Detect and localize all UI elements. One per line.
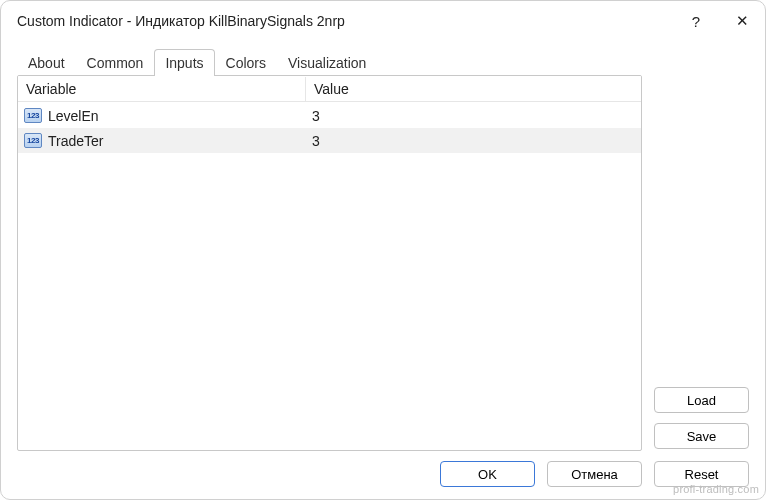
save-button[interactable]: Save [654,423,749,449]
header-value[interactable]: Value [306,77,641,102]
help-button[interactable]: ? [673,1,719,41]
table-header: Variable Value [18,76,641,103]
help-icon: ? [692,13,700,30]
int-type-icon: 123 [24,133,42,148]
tab-about[interactable]: About [17,49,76,76]
inputs-table: Variable Value 123 LevelEn 3 [17,75,642,451]
variable-name: LevelEn [48,108,99,124]
close-icon: ✕ [736,12,749,30]
close-button[interactable]: ✕ [719,1,765,41]
titlebar: Custom Indicator - Индикатор KillBinaryS… [1,1,765,41]
int-type-icon: 123 [24,108,42,123]
reset-button[interactable]: Reset [654,461,749,487]
tab-colors[interactable]: Colors [215,49,277,76]
variable-value[interactable]: 3 [312,108,320,124]
header-variable[interactable]: Variable [18,77,306,102]
tab-visualization[interactable]: Visualization [277,49,377,76]
side-buttons: Load Save [654,75,749,451]
footer-buttons: OK Отмена Reset [17,451,749,487]
window-title: Custom Indicator - Индикатор KillBinaryS… [17,13,345,29]
tab-common[interactable]: Common [76,49,155,76]
cancel-button[interactable]: Отмена [547,461,642,487]
variable-value[interactable]: 3 [312,133,320,149]
variable-name: TradeTer [48,133,104,149]
main-row: Variable Value 123 LevelEn 3 [17,75,749,451]
table-row[interactable]: 123 LevelEn 3 [18,103,641,128]
dialog-body: About Common Inputs Colors Visualization… [1,41,765,499]
tabs: About Common Inputs Colors Visualization [17,47,749,75]
table-body: 123 LevelEn 3 123 TradeTer 3 [18,103,641,450]
table-row[interactable]: 123 TradeTer 3 [18,128,641,153]
dialog-window: Custom Indicator - Индикатор KillBinaryS… [0,0,766,500]
ok-button[interactable]: OK [440,461,535,487]
load-button[interactable]: Load [654,387,749,413]
tab-inputs[interactable]: Inputs [154,49,214,76]
